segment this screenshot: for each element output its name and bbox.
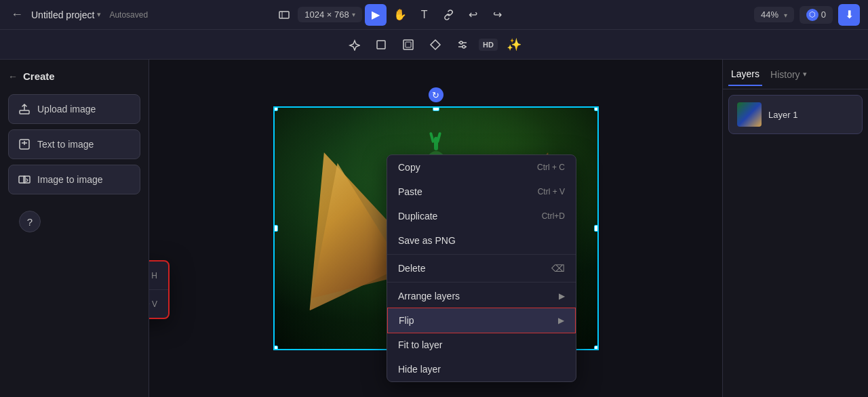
redo-button[interactable]: ↪ — [487, 4, 509, 26]
resolution-display[interactable]: 1024 × 768 ▾ — [298, 7, 361, 22]
flip-v-shortcut: Shift + V — [149, 299, 157, 309]
main-area: ← Create Upload image Text to image — [0, 60, 868, 397]
topbar: ← Untitled project ▾ Autosaved 1024 × 76… — [0, 0, 868, 30]
img-to-img-icon — [18, 173, 31, 186]
resolution-value: 1024 × 768 — [304, 9, 349, 20]
help-button[interactable]: ? — [19, 211, 41, 232]
menu-arrange-layers[interactable]: Arrange layers ▶ — [387, 284, 576, 308]
menu-save-png[interactable]: Save as PNG — [387, 228, 576, 253]
left-sidebar: ← Create Upload image Text to image — [0, 60, 149, 397]
menu-duplicate-shortcut: Ctrl+D — [542, 211, 565, 221]
project-title: Untitled project — [31, 9, 94, 20]
menu-copy[interactable]: Copy Ctrl + C — [387, 155, 576, 180]
menu-duplicate-label: Duplicate — [398, 211, 437, 222]
svg-rect-9 — [20, 110, 29, 114]
sidebar-back-icon: ← — [8, 71, 18, 82]
credit-badge[interactable]: ⬡ 0 — [800, 6, 833, 24]
layer-name: Layer 1 — [768, 110, 797, 120]
layer-item[interactable]: Layer 1 — [728, 95, 863, 134]
image-to-image-label: Image to image — [37, 174, 103, 185]
crop-tool[interactable] — [370, 34, 392, 56]
handle-top-right[interactable] — [594, 106, 599, 111]
adjust-tool[interactable] — [452, 34, 473, 56]
sidebar-header: ← Create — [8, 68, 140, 85]
text-tool[interactable]: T — [414, 4, 435, 26]
delete-icon: ⌫ — [551, 263, 565, 274]
credit-count: 0 — [821, 9, 826, 20]
tab-layers[interactable]: Layers — [728, 63, 762, 86]
menu-save-png-label: Save as PNG — [398, 235, 456, 246]
download-button[interactable]: ⬇ — [838, 4, 860, 26]
undo-button[interactable]: ↩ — [462, 4, 484, 26]
tab-history-label: History — [770, 69, 800, 80]
svg-rect-4 — [406, 42, 411, 47]
menu-hide-label: Hide layer — [398, 364, 441, 375]
handle-bottom-left[interactable] — [273, 346, 278, 350]
flip-h-shortcut: Shift + H — [149, 271, 157, 280]
right-panel: Layers History ▾ Layer 1 — [722, 60, 868, 397]
menu-divider-1 — [387, 254, 576, 255]
tab-history[interactable]: History ▾ — [768, 64, 810, 85]
menu-flip[interactable]: Flip ▶ — [387, 308, 576, 333]
context-menu: Copy Ctrl + C Paste Ctrl + V Duplicate C… — [387, 154, 576, 382]
layer-thumbnail — [737, 102, 762, 127]
handle-bottom-right[interactable] — [594, 346, 599, 350]
credit-icon: ⬡ — [806, 9, 818, 21]
ai-tool[interactable]: ✨ — [503, 34, 525, 56]
zoom-value: 44% — [761, 9, 778, 20]
submenu-flip-vertical[interactable]: Flip vertical Shift + V — [149, 290, 168, 318]
handle-top-mid[interactable] — [433, 106, 439, 111]
rotate-handle[interactable]: ↻ — [429, 87, 443, 102]
text-image-icon — [18, 138, 31, 150]
topbar-left: ← Untitled project ▾ Autosaved — [8, 5, 148, 24]
menu-divider-2 — [387, 282, 576, 283]
svg-rect-0 — [279, 12, 289, 18]
zoom-control[interactable]: 44% ▾ — [754, 7, 794, 22]
help-area: ? — [8, 200, 140, 243]
canvas-area[interactable]: ↻ — [149, 60, 722, 397]
tab-history-arrow: ▾ — [803, 70, 807, 79]
resize-icon[interactable] — [273, 4, 295, 26]
menu-delete-label: Delete — [398, 263, 425, 274]
image-to-image-button[interactable]: Image to image — [8, 165, 140, 194]
topbar-right: 44% ▾ ⬡ 0 ⬇ — [754, 4, 860, 26]
frame-tool[interactable] — [397, 34, 419, 56]
text-to-image-label: Text to image — [37, 139, 94, 150]
svg-point-6 — [460, 41, 462, 44]
menu-fit-to-layer[interactable]: Fit to layer — [387, 333, 576, 357]
menu-duplicate[interactable]: Duplicate Ctrl+D — [387, 204, 576, 228]
project-name[interactable]: Untitled project ▾ — [31, 9, 101, 20]
upload-image-label: Upload image — [37, 104, 96, 114]
autosaved-label: Autosaved — [109, 10, 148, 20]
panel-tabs: Layers History ▾ — [723, 60, 868, 89]
select-tool[interactable]: ▶ — [365, 4, 387, 26]
project-dropdown-icon: ▾ — [97, 10, 101, 19]
handle-mid-left[interactable] — [273, 225, 278, 232]
svg-point-8 — [462, 45, 465, 48]
wand-tool[interactable] — [343, 34, 365, 56]
topbar-center: 1024 × 768 ▾ ▶ ✋ T ↩ ↪ — [273, 4, 508, 26]
menu-hide-layer[interactable]: Hide layer — [387, 357, 576, 381]
menu-copy-shortcut: Ctrl + C — [537, 163, 565, 172]
text-to-image-button[interactable]: Text to image — [8, 129, 140, 159]
zoom-dropdown: ▾ — [784, 12, 787, 19]
menu-arrange-label: Arrange layers — [398, 291, 460, 301]
link-tool[interactable] — [438, 4, 460, 26]
menu-paste-label: Paste — [398, 186, 422, 197]
handle-top-left[interactable] — [273, 106, 278, 111]
secondary-toolbar: HD ✨ — [0, 30, 868, 60]
menu-flip-label: Flip — [399, 315, 414, 326]
back-button[interactable]: ← — [8, 5, 26, 24]
upload-image-button[interactable]: Upload image — [8, 94, 140, 124]
menu-delete[interactable]: Delete ⌫ — [387, 256, 576, 280]
tag-tool[interactable] — [425, 34, 446, 56]
resolution-dropdown: ▾ — [352, 11, 355, 18]
svg-rect-2 — [377, 41, 385, 49]
sidebar-title: Create — [23, 70, 55, 82]
handle-mid-right[interactable] — [594, 225, 599, 232]
flip-arrow-icon: ▶ — [558, 316, 564, 325]
menu-paste[interactable]: Paste Ctrl + V — [387, 180, 576, 204]
hd-button[interactable]: HD — [479, 39, 498, 51]
submenu-flip-horizontal[interactable]: Flip horizontal Shift + H — [149, 262, 168, 289]
hand-tool[interactable]: ✋ — [389, 4, 411, 26]
